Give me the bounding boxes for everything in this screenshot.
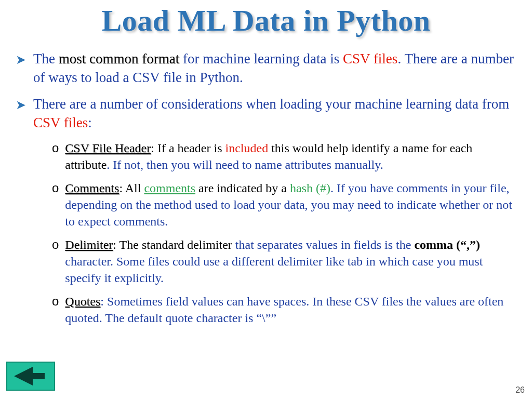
text: : If a header is — [151, 141, 225, 155]
text: There are a number of considerations whe… — [33, 96, 509, 112]
text: are indicated by a — [195, 181, 290, 195]
text: comma (“,”) — [414, 238, 480, 251]
sub-label: Comments — [65, 181, 119, 195]
slide-title: Load ML Data in Python — [0, 0, 532, 38]
text: : Sometimes field values can have spaces… — [65, 295, 503, 325]
text: standard delimiter — [142, 238, 232, 251]
text: that separates values in fields is the — [232, 238, 415, 251]
text: The — [33, 51, 59, 66]
slide-content: ➤ The most common format for machine lea… — [0, 38, 532, 327]
back-button[interactable] — [6, 362, 55, 391]
page-number: 26 — [515, 385, 525, 395]
text: character. Some files could use a differ… — [65, 255, 483, 285]
text: for machine learning data is — [179, 51, 343, 66]
text: : The — [113, 238, 142, 251]
text: : — [88, 115, 92, 130]
text: this would — [268, 141, 327, 155]
text-csv: CSV files — [343, 51, 397, 66]
circle-bullet-icon: o — [52, 140, 59, 156]
sub-label: Delimiter — [65, 238, 113, 251]
sub-label: CSV File Header — [65, 141, 151, 155]
text: included — [225, 141, 269, 155]
circle-bullet-icon: o — [52, 293, 59, 310]
text-csv: CSV files — [33, 115, 88, 130]
text-emph: most common format — [59, 51, 179, 66]
sub-label: Quotes — [65, 295, 100, 308]
text: : All — [119, 181, 144, 195]
sub-item-delimiter: o Delimiter: The standard delimiter that… — [52, 236, 516, 287]
bullet-item-2: ➤ There are a number of considerations w… — [16, 95, 516, 132]
sub-item-quotes: o Quotes: Sometimes field values can hav… — [52, 293, 516, 327]
sub-item-comments: o Comments: All comments are indicated b… — [52, 180, 516, 230]
sub-item-header: o CSV File Header: If a header is includ… — [52, 140, 516, 174]
link-comments[interactable]: comments — [144, 181, 195, 195]
bullet-item-1: ➤ The most common format for machine lea… — [16, 49, 516, 87]
text: . If not, then you will need to name att… — [107, 158, 383, 171]
chevron-right-icon: ➤ — [16, 97, 26, 113]
arrow-left-icon — [14, 367, 33, 385]
text: hash (#) — [290, 181, 330, 195]
chevron-right-icon: ➤ — [16, 51, 26, 68]
circle-bullet-icon: o — [52, 236, 59, 253]
arrow-tail — [32, 373, 45, 379]
circle-bullet-icon: o — [52, 180, 59, 196]
